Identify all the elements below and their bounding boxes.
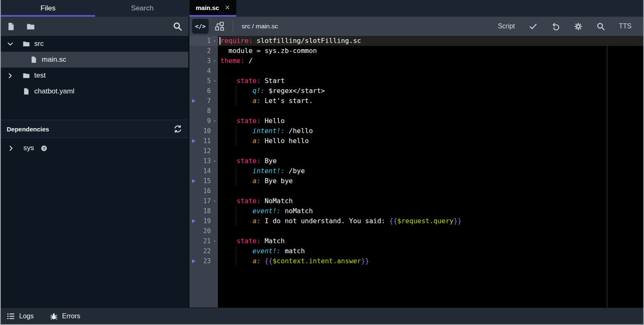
line-number[interactable]: 5: [207, 76, 211, 86]
gutter-line-23[interactable]: 23: [189, 256, 218, 266]
line-number[interactable]: 9: [207, 116, 211, 126]
chevron-right-icon[interactable]: [7, 72, 23, 79]
code-line-19[interactable]: a: I do not understand. You said: {{$req…: [218, 216, 643, 226]
line-number[interactable]: 8: [207, 106, 211, 116]
fold-arrow-icon[interactable]: [213, 59, 217, 63]
code-line-21[interactable]: state: Match: [218, 236, 643, 246]
help-icon[interactable]: ?: [41, 145, 47, 151]
code-line-9[interactable]: state: Hello: [218, 116, 643, 126]
tree-item-src[interactable]: src: [1, 36, 188, 52]
code-line-10[interactable]: intent!: /hello: [218, 126, 643, 136]
code-line-17[interactable]: state: NoMatch: [218, 196, 643, 206]
gutter-line-14[interactable]: 14: [189, 166, 218, 176]
fold-arrow-icon[interactable]: [213, 39, 217, 43]
editor-tab-main-sc[interactable]: main.sc ✕: [189, 0, 236, 17]
sidebar-search-icon[interactable]: [173, 22, 182, 31]
gutter-line-22[interactable]: 22: [189, 246, 218, 256]
gutter-line-1[interactable]: 1: [189, 36, 218, 46]
line-number[interactable]: 7: [207, 96, 211, 106]
line-number[interactable]: 11: [203, 136, 211, 146]
dependency-item-sys[interactable]: sys ?: [1, 138, 188, 158]
validate-check-icon[interactable]: [529, 22, 538, 31]
gutter-line-8[interactable]: 8: [189, 106, 218, 116]
code-line-7[interactable]: a: Let's start.: [218, 96, 643, 106]
code-line-2[interactable]: module = sys.zb-common: [218, 46, 643, 56]
run-marker-icon[interactable]: [191, 179, 196, 184]
undo-history-icon[interactable]: [551, 22, 560, 31]
errors-button[interactable]: Errors: [50, 312, 81, 320]
code-line-20[interactable]: [218, 226, 643, 236]
chevron-down-icon[interactable]: [7, 40, 23, 48]
gutter-line-16[interactable]: 16: [189, 186, 218, 196]
run-marker-icon[interactable]: [191, 98, 196, 103]
line-number[interactable]: 22: [203, 246, 211, 256]
fold-arrow-icon[interactable]: [213, 79, 217, 83]
code-line-15[interactable]: a: Bye bye: [218, 176, 643, 186]
gutter-line-15[interactable]: 15: [189, 176, 218, 186]
gutter-line-13[interactable]: 13: [189, 156, 218, 166]
run-marker-icon[interactable]: [191, 139, 196, 144]
line-number[interactable]: 20: [203, 226, 211, 236]
new-file-icon[interactable]: [7, 22, 15, 31]
run-marker-icon[interactable]: [191, 219, 196, 224]
line-number[interactable]: 18: [203, 206, 211, 216]
new-folder-icon[interactable]: [26, 22, 35, 31]
script-mode-label[interactable]: Script: [498, 23, 515, 30]
line-number[interactable]: 1: [207, 36, 211, 46]
editor-gutter[interactable]: 1234567891011121314151617181920212223: [189, 36, 218, 307]
gutter-line-20[interactable]: 20: [189, 226, 218, 236]
gutter-line-12[interactable]: 12: [189, 146, 218, 156]
line-number[interactable]: 17: [203, 196, 211, 206]
line-number[interactable]: 19: [203, 216, 211, 226]
code-line-16[interactable]: [218, 186, 643, 196]
fold-arrow-icon[interactable]: [213, 199, 217, 203]
code-line-13[interactable]: state: Bye: [218, 156, 643, 166]
code-line-6[interactable]: q!: $regex</start>: [218, 86, 643, 96]
chevron-right-icon[interactable]: [8, 145, 23, 152]
line-number[interactable]: 13: [203, 156, 211, 166]
gutter-line-3[interactable]: 3: [189, 56, 218, 66]
code-view-button[interactable]: </>: [192, 19, 209, 34]
run-marker-icon[interactable]: [191, 259, 196, 264]
fold-arrow-icon[interactable]: [213, 119, 217, 123]
line-number[interactable]: 3: [207, 56, 211, 66]
line-number[interactable]: 15: [203, 176, 211, 186]
gutter-line-6[interactable]: 6: [189, 86, 218, 96]
line-number[interactable]: 2: [207, 46, 211, 56]
line-number[interactable]: 4: [207, 66, 211, 76]
code-line-18[interactable]: event!: noMatch: [218, 206, 643, 216]
gutter-line-21[interactable]: 21: [189, 236, 218, 246]
tree-item-chatbot-yaml[interactable]: chatbot.yaml: [1, 83, 188, 99]
logs-button[interactable]: Logs: [7, 312, 34, 320]
gutter-line-19[interactable]: 19: [189, 216, 218, 226]
close-icon[interactable]: ✕: [225, 4, 230, 11]
tts-button[interactable]: TTS: [619, 23, 631, 30]
flow-view-icon[interactable]: [215, 21, 225, 31]
code-editor[interactable]: require: slotfilling/slotFilling.sc modu…: [218, 36, 643, 307]
code-line-14[interactable]: intent!: /bye: [218, 166, 643, 176]
gutter-line-9[interactable]: 9: [189, 116, 218, 126]
line-number[interactable]: 12: [203, 146, 211, 156]
code-line-4[interactable]: [218, 66, 643, 76]
gutter-line-18[interactable]: 18: [189, 206, 218, 216]
code-line-22[interactable]: event!: match: [218, 246, 643, 256]
tab-files[interactable]: Files: [1, 0, 95, 17]
gutter-line-10[interactable]: 10: [189, 126, 218, 136]
refresh-icon[interactable]: [173, 124, 182, 134]
gutter-line-4[interactable]: 4: [189, 66, 218, 76]
gutter-line-2[interactable]: 2: [189, 46, 218, 56]
gutter-line-5[interactable]: 5: [189, 76, 218, 86]
fold-arrow-icon[interactable]: [213, 239, 217, 243]
tree-item-test[interactable]: test: [1, 68, 188, 83]
settings-gear-icon[interactable]: [574, 22, 583, 31]
gutter-line-11[interactable]: 11: [189, 136, 218, 146]
code-line-5[interactable]: state: Start: [218, 76, 643, 86]
fold-arrow-icon[interactable]: [213, 159, 217, 163]
editor-search-icon[interactable]: [596, 22, 605, 31]
tab-search[interactable]: Search: [95, 0, 189, 17]
code-line-3[interactable]: theme: /: [218, 56, 643, 66]
gutter-line-17[interactable]: 17: [189, 196, 218, 206]
code-line-1[interactable]: require: slotfilling/slotFilling.sc: [218, 36, 643, 46]
line-number[interactable]: 14: [203, 166, 211, 176]
line-number[interactable]: 6: [207, 86, 211, 96]
